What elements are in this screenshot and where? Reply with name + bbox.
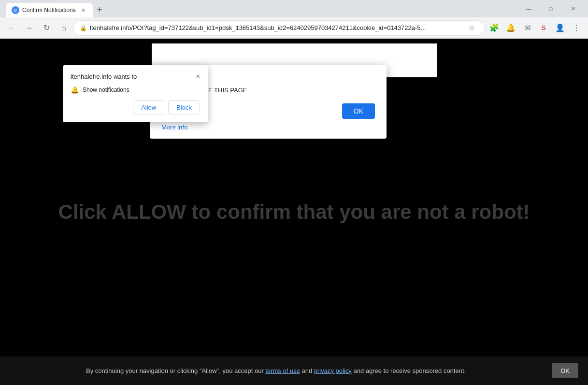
alert-ok-button[interactable]: OK — [342, 103, 375, 119]
privacy-link[interactable]: privacy policy — [314, 367, 352, 374]
star-icon: ☆ — [469, 24, 475, 32]
address-bar[interactable]: 🔒 ltenhalefre.info/POI?tag_id=737122&sub… — [73, 20, 485, 36]
home-button[interactable]: ⌂ — [56, 20, 72, 36]
tab-close-button[interactable]: ✕ — [79, 6, 87, 14]
back-button[interactable]: ← — [4, 20, 19, 36]
tab-favicon: C — [12, 6, 19, 14]
notification-description: Show notifications — [83, 86, 129, 93]
back-icon: ← — [8, 24, 15, 32]
page-content: Click ALLOW to confirm that you are not … — [0, 39, 588, 385]
block-button[interactable]: Block — [168, 100, 200, 114]
bell-icon: 🔔 — [71, 86, 79, 94]
maximize-button[interactable]: □ — [540, 0, 562, 17]
popup-header: ltenhalefre.info wants to × — [71, 73, 200, 80]
reload-button[interactable]: ↻ — [39, 20, 54, 36]
consent-text-part3: and agree to receive sponsored content. — [352, 367, 466, 374]
puzzle-icon: 🧩 — [489, 23, 499, 32]
notification-permission-popup: ltenhalefre.info wants to × 🔔 Show notif… — [63, 65, 208, 122]
chrome-window: C Confirm Notifications ✕ + — □ ✕ ← → — [0, 0, 588, 385]
menu-icon: ⋮ — [573, 23, 580, 32]
browser-extension-button[interactable]: S — [536, 20, 551, 36]
forward-icon: → — [25, 24, 33, 32]
menu-button[interactable]: ⋮ — [569, 20, 584, 36]
navigation-bar: ← → ↻ ⌂ 🔒 ltenhalefre.info/POI?tag_id=73… — [0, 17, 588, 39]
bottom-consent-text: By continuing your navigation or clickin… — [10, 366, 542, 376]
toolbar-right: 🧩 🔔 ✉ S 👤 ⋮ — [487, 20, 584, 36]
profile-button[interactable]: 👤 — [552, 20, 568, 36]
reload-icon: ↻ — [43, 23, 50, 32]
notifications-bell-button[interactable]: 🔔 — [503, 20, 518, 36]
home-icon: ⌂ — [61, 24, 66, 32]
lock-icon: 🔒 — [80, 25, 87, 31]
allow-button[interactable]: Allow — [133, 100, 164, 114]
bookmark-button[interactable]: ☆ — [465, 21, 478, 35]
notification-buttons: Allow Block — [71, 100, 200, 114]
robot-confirmation-text: Click ALLOW to confirm that you are not … — [0, 200, 588, 224]
bottom-bar: By continuing your navigation or clickin… — [0, 356, 588, 385]
profile-icon: 👤 — [555, 23, 565, 32]
bell-toolbar-icon: 🔔 — [506, 23, 516, 32]
terms-link[interactable]: terms of use — [265, 367, 300, 374]
email-icon: ✉ — [524, 23, 531, 32]
forward-button[interactable]: → — [21, 20, 37, 36]
notification-row: 🔔 Show notifications — [71, 86, 200, 94]
title-bar: C Confirm Notifications ✕ + — □ ✕ — [0, 0, 588, 17]
email-button[interactable]: ✉ — [519, 20, 535, 36]
url-text: ltenhalefre.info/POI?tag_id=737122&sub_i… — [90, 24, 462, 31]
tab-title: Confirm Notifications — [22, 7, 76, 14]
bottom-ok-button[interactable]: OK — [552, 363, 578, 378]
extension-icon: S — [542, 24, 546, 31]
close-button[interactable]: ✕ — [562, 0, 584, 17]
minimize-button[interactable]: — — [517, 0, 540, 17]
popup-close-button[interactable]: × — [196, 73, 200, 80]
active-tab[interactable]: C Confirm Notifications ✕ — [6, 3, 93, 17]
consent-text-part2: and — [300, 367, 314, 374]
consent-text-part1: By continuing your navigation or clickin… — [86, 367, 265, 374]
window-controls: — □ ✕ — [517, 0, 584, 17]
tab-strip: C Confirm Notifications ✕ + — [6, 0, 106, 17]
extensions-button[interactable]: 🧩 — [487, 20, 502, 36]
new-tab-button[interactable]: + — [93, 3, 106, 16]
more-info-link[interactable]: More info — [161, 124, 375, 131]
popup-title: ltenhalefre.info wants to — [71, 73, 137, 80]
